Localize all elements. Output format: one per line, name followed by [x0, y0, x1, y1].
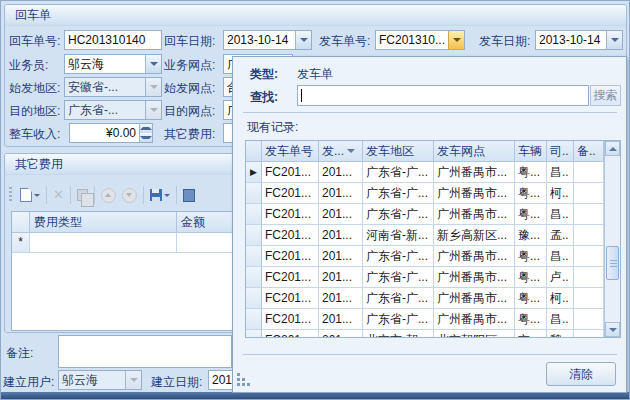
- row-selector[interactable]: [246, 267, 262, 288]
- table-cell[interactable]: 粤...: [515, 162, 547, 183]
- table-row[interactable]: ▶FC201...201...广东省-广...广州番禺市...粤...昌..: [246, 162, 620, 183]
- spin-down-icon[interactable]: [140, 133, 152, 142]
- scrollbar-thumb[interactable]: [606, 246, 619, 280]
- table-cell[interactable]: [574, 267, 604, 288]
- save-button[interactable]: [150, 189, 170, 201]
- table-cell[interactable]: 201...: [319, 246, 363, 267]
- table-cell[interactable]: 昌..: [547, 309, 574, 330]
- table-cell[interactable]: 201...: [319, 288, 363, 309]
- column-header[interactable]: 司..: [547, 141, 574, 162]
- dest-area-select[interactable]: 广东省-...: [64, 100, 162, 120]
- chevron-down-icon[interactable]: [145, 55, 161, 73]
- table-cell[interactable]: 粤...: [515, 288, 547, 309]
- table-row[interactable]: FC201...201...广东省-广...广州番禺市...粤...柯..: [246, 288, 620, 309]
- fee-type-cell[interactable]: [30, 233, 177, 252]
- table-cell[interactable]: 北京市-朝: [363, 330, 434, 338]
- return-date-picker[interactable]: 2013-10-14: [223, 30, 312, 50]
- column-header[interactable]: 发车单号: [262, 141, 319, 162]
- table-cell[interactable]: 北京朝阳区: [434, 330, 515, 338]
- chevron-down-icon[interactable]: [295, 31, 311, 49]
- table-cell[interactable]: 卢..: [547, 267, 574, 288]
- table-cell[interactable]: [574, 309, 604, 330]
- table-cell[interactable]: FC201...: [262, 309, 319, 330]
- column-header[interactable]: 发车地区: [363, 141, 434, 162]
- table-cell[interactable]: 201...: [319, 225, 363, 246]
- table-cell[interactable]: 广州番禺市...: [434, 183, 515, 204]
- table-cell[interactable]: 广州番禺市...: [434, 288, 515, 309]
- table-cell[interactable]: [574, 225, 604, 246]
- table-cell[interactable]: 魏: [547, 330, 574, 338]
- table-cell[interactable]: FC201...: [262, 267, 319, 288]
- table-row[interactable]: FC201...201...广东省-广...广州番禺市...粤...昌..: [246, 204, 620, 225]
- table-cell[interactable]: 广东省-广...: [363, 288, 434, 309]
- table-cell[interactable]: FC201...: [262, 162, 319, 183]
- table-row[interactable]: FC201...201...广东省-广...广州番禺市...粤...柯..: [246, 183, 620, 204]
- row-selector[interactable]: [246, 204, 262, 225]
- table-row[interactable]: FC201...201...广东省-广...广州番禺市...粤...昌..: [246, 246, 620, 267]
- vehicle-income-spinner[interactable]: ¥0.00: [69, 123, 153, 143]
- table-cell[interactable]: 新乡高新区...: [434, 225, 515, 246]
- copy-icon[interactable]: [77, 189, 88, 201]
- table-cell[interactable]: [574, 330, 604, 338]
- table-cell[interactable]: FC201: [262, 330, 319, 338]
- scroll-down-icon[interactable]: [605, 322, 620, 337]
- move-down-icon[interactable]: [122, 188, 137, 203]
- origin-area-select[interactable]: 安徽省-...: [64, 77, 162, 97]
- table-cell[interactable]: 201...: [319, 162, 363, 183]
- column-header[interactable]: 车辆: [515, 141, 547, 162]
- table-cell[interactable]: 广州番禺市...: [434, 162, 515, 183]
- chevron-down-icon[interactable]: [164, 194, 170, 197]
- column-header[interactable]: 备..: [574, 141, 604, 162]
- new-item-button[interactable]: [20, 188, 40, 202]
- table-row[interactable]: FC201...201...河南省-新...新乡高新区...豫...孟..: [246, 225, 620, 246]
- chevron-down-icon[interactable]: [448, 31, 464, 49]
- spin-up-icon[interactable]: [140, 124, 152, 133]
- table-cell[interactable]: 昌..: [547, 246, 574, 267]
- table-cell[interactable]: 广州番禺市...: [434, 204, 515, 225]
- table-cell[interactable]: 201...: [319, 183, 363, 204]
- table-cell[interactable]: 粤...: [515, 309, 547, 330]
- table-cell[interactable]: [574, 162, 604, 183]
- table-cell[interactable]: 广东省-广...: [363, 267, 434, 288]
- row-selector[interactable]: [246, 246, 262, 267]
- table-cell[interactable]: 粤...: [515, 183, 547, 204]
- table-cell[interactable]: 昌..: [547, 162, 574, 183]
- scroll-up-icon[interactable]: [605, 141, 620, 156]
- table-cell[interactable]: 广州番禺市...: [434, 246, 515, 267]
- table-cell[interactable]: 广东省-广...: [363, 183, 434, 204]
- table-cell[interactable]: 201: [319, 330, 363, 338]
- table-cell[interactable]: 京: [515, 330, 547, 338]
- table-cell[interactable]: 豫...: [515, 225, 547, 246]
- table-cell[interactable]: 河南省-新...: [363, 225, 434, 246]
- table-cell[interactable]: 粤...: [515, 246, 547, 267]
- depart-no-picker[interactable]: FC201310...: [375, 30, 465, 50]
- search-button[interactable]: 搜索: [590, 85, 621, 106]
- table-cell[interactable]: 广州番禺市...: [434, 267, 515, 288]
- table-cell[interactable]: FC201...: [262, 204, 319, 225]
- table-cell[interactable]: 广州番禺市...: [434, 309, 515, 330]
- vertical-scrollbar[interactable]: [604, 141, 620, 337]
- column-header[interactable]: 发车网点: [434, 141, 515, 162]
- toolbar-grip[interactable]: [9, 187, 12, 203]
- table-cell[interactable]: 粤...: [515, 267, 547, 288]
- table-cell[interactable]: 粤...: [515, 204, 547, 225]
- table-cell[interactable]: FC201...: [262, 183, 319, 204]
- table-cell[interactable]: 广东省-广...: [363, 162, 434, 183]
- table-cell[interactable]: FC201...: [262, 246, 319, 267]
- table-cell[interactable]: 孟..: [547, 225, 574, 246]
- created-by-select[interactable]: 邬云海: [58, 370, 142, 390]
- table-cell[interactable]: [574, 204, 604, 225]
- row-selector[interactable]: [246, 309, 262, 330]
- table-cell[interactable]: [574, 288, 604, 309]
- chevron-down-icon[interactable]: [34, 194, 40, 197]
- column-header-sorted[interactable]: 发...: [319, 141, 363, 162]
- row-selector[interactable]: [246, 183, 262, 204]
- salesman-select[interactable]: 邬云海: [64, 54, 162, 74]
- table-cell[interactable]: 柯..: [547, 288, 574, 309]
- move-up-icon[interactable]: [101, 188, 116, 203]
- row-selector[interactable]: [246, 225, 262, 246]
- table-cell[interactable]: 柯..: [547, 183, 574, 204]
- resize-grip-icon[interactable]: [237, 383, 240, 386]
- chevron-down-icon[interactable]: [606, 31, 622, 49]
- table-cell[interactable]: FC201...: [262, 288, 319, 309]
